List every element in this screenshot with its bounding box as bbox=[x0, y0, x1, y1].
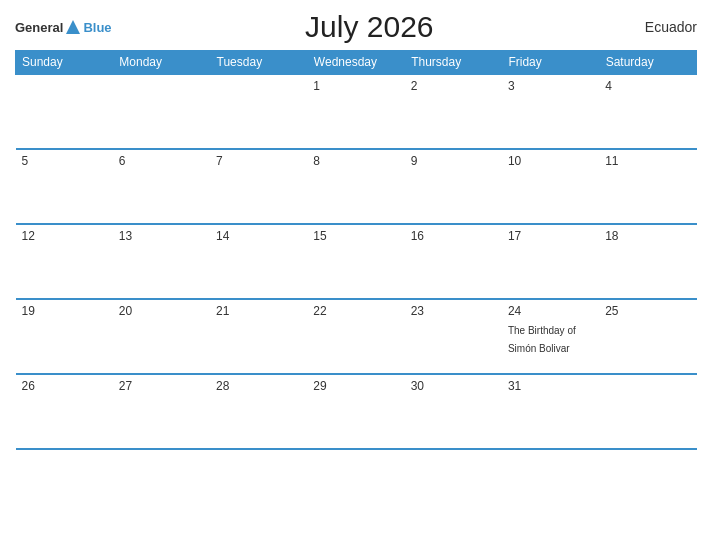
logo-blue-text: Blue bbox=[83, 20, 111, 35]
day-cell: 4 bbox=[599, 74, 696, 149]
logo-general-text: General bbox=[15, 20, 63, 35]
day-number: 5 bbox=[22, 154, 107, 168]
header-tuesday: Tuesday bbox=[210, 51, 307, 75]
day-cell: 26 bbox=[16, 374, 113, 449]
day-number: 16 bbox=[411, 229, 496, 243]
day-cell: 25 bbox=[599, 299, 696, 374]
day-number: 7 bbox=[216, 154, 301, 168]
day-number: 4 bbox=[605, 79, 690, 93]
day-cell bbox=[599, 374, 696, 449]
day-cell: 16 bbox=[405, 224, 502, 299]
day-number: 17 bbox=[508, 229, 593, 243]
calendar-header: General Blue July 2026 Ecuador bbox=[15, 10, 697, 44]
day-number: 19 bbox=[22, 304, 107, 318]
day-cell: 31 bbox=[502, 374, 599, 449]
month-title: July 2026 bbox=[112, 10, 627, 44]
day-cell: 18 bbox=[599, 224, 696, 299]
day-number: 28 bbox=[216, 379, 301, 393]
day-cell: 29 bbox=[307, 374, 404, 449]
day-number: 29 bbox=[313, 379, 398, 393]
day-number: 21 bbox=[216, 304, 301, 318]
day-number: 18 bbox=[605, 229, 690, 243]
logo: General Blue bbox=[15, 18, 112, 36]
day-number: 9 bbox=[411, 154, 496, 168]
day-number: 20 bbox=[119, 304, 204, 318]
day-cell: 23 bbox=[405, 299, 502, 374]
header-friday: Friday bbox=[502, 51, 599, 75]
event-label: The Birthday of Simón Bolivar bbox=[508, 325, 576, 354]
day-number: 2 bbox=[411, 79, 496, 93]
day-number: 12 bbox=[22, 229, 107, 243]
calendar-container: General Blue July 2026 Ecuador Sunday Mo… bbox=[0, 0, 712, 550]
day-cell: 22 bbox=[307, 299, 404, 374]
day-cell bbox=[16, 74, 113, 149]
day-cell: 10 bbox=[502, 149, 599, 224]
day-cell bbox=[113, 74, 210, 149]
day-number: 27 bbox=[119, 379, 204, 393]
day-number: 26 bbox=[22, 379, 107, 393]
day-cell: 2 bbox=[405, 74, 502, 149]
day-cell: 12 bbox=[16, 224, 113, 299]
day-cell: 24The Birthday of Simón Bolivar bbox=[502, 299, 599, 374]
day-cell: 5 bbox=[16, 149, 113, 224]
week-row-3: 12131415161718 bbox=[16, 224, 697, 299]
day-number: 15 bbox=[313, 229, 398, 243]
day-number: 23 bbox=[411, 304, 496, 318]
day-cell: 3 bbox=[502, 74, 599, 149]
day-cell: 7 bbox=[210, 149, 307, 224]
day-cell: 27 bbox=[113, 374, 210, 449]
day-number: 22 bbox=[313, 304, 398, 318]
week-row-4: 192021222324The Birthday of Simón Boliva… bbox=[16, 299, 697, 374]
day-cell: 8 bbox=[307, 149, 404, 224]
header-monday: Monday bbox=[113, 51, 210, 75]
day-cell: 28 bbox=[210, 374, 307, 449]
header-sunday: Sunday bbox=[16, 51, 113, 75]
day-number: 3 bbox=[508, 79, 593, 93]
week-row-2: 567891011 bbox=[16, 149, 697, 224]
day-number: 1 bbox=[313, 79, 398, 93]
day-cell: 15 bbox=[307, 224, 404, 299]
day-number: 14 bbox=[216, 229, 301, 243]
day-cell: 19 bbox=[16, 299, 113, 374]
day-cell: 21 bbox=[210, 299, 307, 374]
day-cell: 1 bbox=[307, 74, 404, 149]
day-headers-row: Sunday Monday Tuesday Wednesday Thursday… bbox=[16, 51, 697, 75]
day-number: 31 bbox=[508, 379, 593, 393]
svg-marker-0 bbox=[66, 20, 80, 34]
day-number: 6 bbox=[119, 154, 204, 168]
country-label: Ecuador bbox=[627, 19, 697, 35]
week-row-5: 262728293031 bbox=[16, 374, 697, 449]
logo-icon bbox=[64, 18, 82, 36]
day-cell: 14 bbox=[210, 224, 307, 299]
day-cell: 11 bbox=[599, 149, 696, 224]
day-number: 13 bbox=[119, 229, 204, 243]
day-number: 8 bbox=[313, 154, 398, 168]
day-cell: 6 bbox=[113, 149, 210, 224]
day-cell: 17 bbox=[502, 224, 599, 299]
header-saturday: Saturday bbox=[599, 51, 696, 75]
day-cell: 30 bbox=[405, 374, 502, 449]
day-cell bbox=[210, 74, 307, 149]
day-number: 24 bbox=[508, 304, 593, 318]
day-cell: 9 bbox=[405, 149, 502, 224]
day-cell: 20 bbox=[113, 299, 210, 374]
day-number: 10 bbox=[508, 154, 593, 168]
week-row-1: 1234 bbox=[16, 74, 697, 149]
day-number: 11 bbox=[605, 154, 690, 168]
header-thursday: Thursday bbox=[405, 51, 502, 75]
header-wednesday: Wednesday bbox=[307, 51, 404, 75]
day-number: 30 bbox=[411, 379, 496, 393]
calendar-table: Sunday Monday Tuesday Wednesday Thursday… bbox=[15, 50, 697, 450]
day-cell: 13 bbox=[113, 224, 210, 299]
day-number: 25 bbox=[605, 304, 690, 318]
